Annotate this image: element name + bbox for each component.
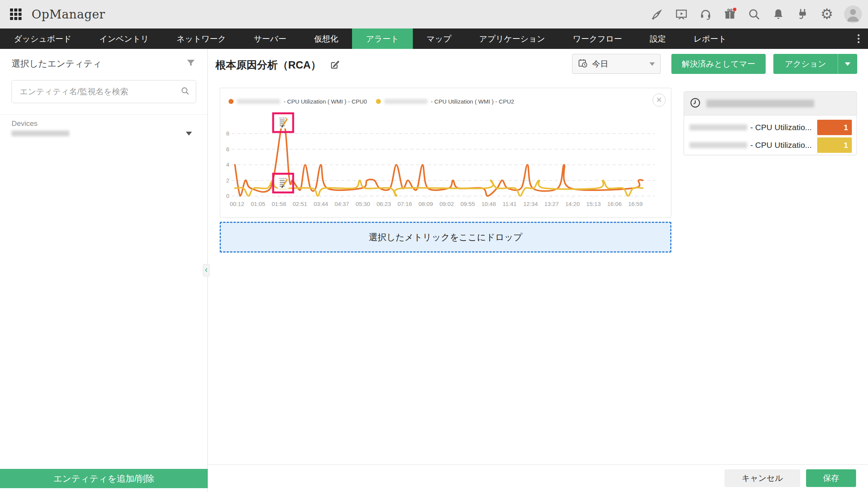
svg-text:15:13: 15:13: [586, 201, 601, 207]
svg-text:0: 0: [226, 192, 229, 199]
tab-applications[interactable]: アプリケーション: [465, 28, 559, 49]
entities-sidebar: 選択したエンティティ Devices エンティティを追加/削除: [0, 49, 208, 492]
edit-title-icon[interactable]: [330, 59, 340, 71]
rocket-icon[interactable]: [650, 7, 664, 21]
date-range-picker[interactable]: 今日: [572, 54, 661, 74]
date-range-value: 今日: [592, 59, 646, 69]
entity-search-input[interactable]: [20, 87, 180, 96]
tab-alerts[interactable]: アラート: [352, 28, 412, 49]
redacted-device-name: [689, 142, 747, 148]
tab-settings[interactable]: 設定: [636, 28, 680, 49]
svg-text:16:59: 16:59: [628, 201, 643, 207]
sidebar-title: 選択したエンティティ: [12, 58, 102, 70]
svg-text:4: 4: [226, 161, 229, 168]
actions-button[interactable]: アクション: [773, 54, 857, 74]
svg-text:13:27: 13:27: [544, 201, 559, 207]
calendar-clock-icon: [578, 58, 588, 70]
alarm-count-badge[interactable]: 1: [817, 137, 852, 153]
svg-text:16:06: 16:06: [607, 201, 622, 207]
training-screen-icon[interactable]: [674, 7, 688, 21]
search-icon[interactable]: [180, 86, 190, 97]
tab-virtualization[interactable]: 仮想化: [300, 28, 352, 49]
filter-icon[interactable]: [186, 58, 196, 70]
svg-text:01:58: 01:58: [272, 201, 286, 207]
plug-icon[interactable]: [796, 7, 810, 21]
add-remove-entities-button[interactable]: エンティティを追加/削除: [0, 469, 208, 488]
svg-text:14:20: 14:20: [565, 201, 580, 207]
svg-text:03:44: 03:44: [314, 201, 328, 207]
cancel-button[interactable]: キャンセル: [724, 469, 800, 487]
app-header: OpManager ⚙: [0, 0, 868, 28]
divider: [208, 464, 868, 465]
rca-chart-card: - CPU Utilization ( WMI ) - CPU0 - CPU U…: [220, 88, 671, 218]
alarm-row[interactable]: - CPU Utilizatio... 1: [684, 119, 856, 136]
alarm-count-badge[interactable]: 1: [817, 120, 852, 135]
svg-text:10:48: 10:48: [481, 201, 496, 207]
redacted-device-name: [689, 124, 747, 131]
redacted-device-name: [12, 131, 69, 136]
close-icon[interactable]: ✕: [653, 94, 666, 107]
page-title: 根本原因分析（RCA）: [215, 58, 321, 72]
tab-server[interactable]: サーバー: [240, 28, 300, 49]
tab-inventory[interactable]: インベントリ: [85, 28, 163, 49]
gift-icon[interactable]: [723, 7, 737, 21]
alarm-row[interactable]: - CPU Utilizatio... 1: [684, 136, 856, 154]
legend-dot-cpu2: [376, 99, 381, 104]
mark-resolved-button[interactable]: 解決済みとしてマー: [671, 54, 766, 74]
svg-text:02:51: 02:51: [293, 201, 307, 207]
app-grid-icon[interactable]: [10, 8, 22, 20]
svg-text:08:09: 08:09: [419, 201, 433, 207]
svg-text:01:05: 01:05: [251, 201, 265, 207]
tab-reports[interactable]: レポート: [680, 28, 740, 49]
alarm-row-label: - CPU Utilizatio...: [750, 123, 812, 132]
divider: [0, 114, 207, 115]
svg-text:04:37: 04:37: [335, 201, 349, 207]
actions-dropdown-toggle[interactable]: [838, 62, 857, 66]
headset-icon[interactable]: [699, 7, 713, 21]
svg-text:06:23: 06:23: [377, 201, 391, 207]
devices-group-label: Devices: [12, 119, 38, 128]
tab-workflow[interactable]: ワークフロー: [559, 28, 636, 49]
legend-label-cpu0: - CPU Utilization ( WMI ) - CPU0: [284, 98, 367, 105]
redacted-device-name: [384, 99, 427, 104]
opmanager-page: OpManager ⚙: [0, 0, 868, 492]
metric-drop-zone[interactable]: 選択したメトリックをここにドロップ: [220, 222, 671, 253]
svg-text:05:30: 05:30: [356, 201, 370, 207]
save-button[interactable]: 保存: [806, 469, 856, 487]
chart-legend: - CPU Utilization ( WMI ) - CPU0 - CPU U…: [229, 98, 519, 105]
sidebar-collapse-icon[interactable]: ‹: [203, 264, 210, 276]
tab-network[interactable]: ネットワーク: [163, 28, 240, 49]
nav-overflow-menu-icon[interactable]: [853, 28, 864, 49]
svg-text:8: 8: [226, 130, 229, 137]
svg-text:09:55: 09:55: [461, 201, 475, 207]
alarm-row-label: - CPU Utilizatio...: [750, 141, 812, 150]
cpu-utilization-line-chart[interactable]: 0246800:1201:0501:5802:5103:4404:3705:30…: [223, 112, 668, 211]
notification-dot: [733, 8, 736, 11]
svg-text:6: 6: [226, 146, 229, 152]
devices-expand-caret[interactable]: [186, 132, 192, 136]
bell-icon[interactable]: [771, 7, 785, 21]
drop-zone-text: 選択したメトリックをここにドロップ: [369, 231, 522, 243]
search-icon[interactable]: [747, 7, 761, 21]
user-avatar[interactable]: [844, 5, 862, 23]
rca-main: 根本原因分析（RCA） 今日 解決済みとしてマー アクション - CPU Uti…: [208, 49, 868, 492]
svg-text:2: 2: [226, 177, 229, 184]
svg-text:11:41: 11:41: [502, 201, 516, 207]
chevron-down-icon: [845, 62, 850, 66]
redacted-device-name: [237, 99, 280, 104]
svg-text:00:12: 00:12: [230, 201, 244, 207]
actions-button-label: アクション: [773, 59, 838, 69]
legend-dot-cpu0: [229, 99, 234, 104]
entity-search-box: [12, 80, 196, 103]
svg-text:12:34: 12:34: [523, 201, 538, 207]
svg-text:07:16: 07:16: [397, 201, 412, 207]
tab-dashboard[interactable]: ダッシュボード: [0, 28, 85, 49]
svg-text:09:02: 09:02: [439, 201, 454, 207]
app-logo[interactable]: OpManager: [32, 7, 105, 21]
main-nav: ダッシュボード インベントリ ネットワーク サーバー 仮想化 アラート マップ …: [0, 28, 868, 49]
alarm-summary-panel: - CPU Utilizatio... 1 - CPU Utilizatio..…: [684, 91, 857, 155]
tab-maps[interactable]: マップ: [413, 28, 465, 49]
redacted-panel-title: [706, 100, 814, 107]
legend-label-cpu2: - CPU Utilization ( WMI ) - CPU2: [431, 98, 514, 105]
gear-icon[interactable]: ⚙: [820, 7, 834, 21]
